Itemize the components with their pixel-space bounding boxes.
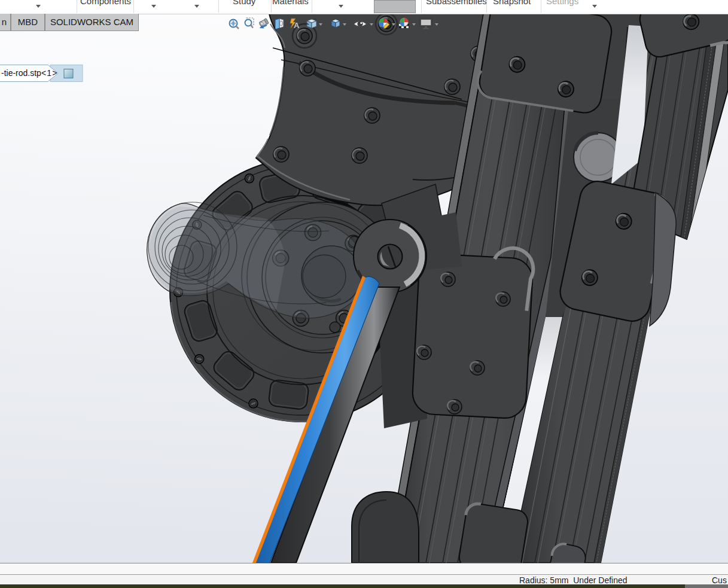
svg-text:A: A [294,21,300,30]
svg-text:-tie-rod.stp< 1 >: -tie-rod.stp< 1 > [1,68,57,78]
